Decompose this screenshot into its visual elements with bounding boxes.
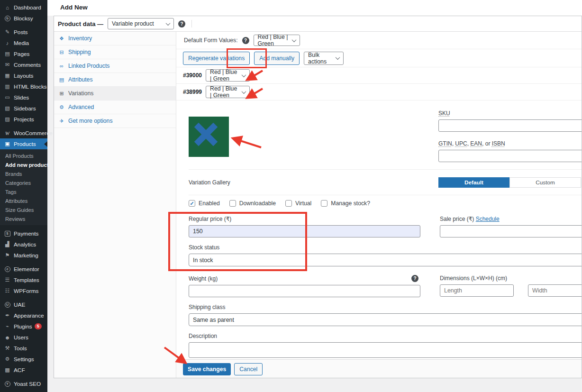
tab-get-more-options[interactable]: ✈Get more options <box>54 114 176 128</box>
sidebar-item-products[interactable]: ▣Products <box>0 138 47 149</box>
menu-item-label: Reviews <box>5 216 25 222</box>
width-input[interactable] <box>528 284 582 297</box>
sidebar-item-slides[interactable]: ▭Slides <box>0 92 47 103</box>
sidebar-item-projects[interactable]: ▨Projects <box>0 114 47 125</box>
product-type-select[interactable]: Variable product <box>108 18 174 29</box>
variation-row: #39000Red | Blue | Green <box>176 67 582 84</box>
product-type-help-icon[interactable]: ? <box>178 20 185 27</box>
variation-attribute-select[interactable]: Red | Blue | Green <box>206 86 250 98</box>
sidebar-item-html-blocks[interactable]: ▥HTML Blocks <box>0 81 47 92</box>
product-data-tabs: ❖Inventory⊟Shipping∞Linked Products▤Attr… <box>54 32 176 378</box>
sidebar-item-plugins[interactable]: ⌁Plugins5 <box>0 321 47 332</box>
html-blocks-icon: ▥ <box>4 83 11 90</box>
enabled-checkbox-box[interactable]: ✓ <box>189 200 195 207</box>
sidebar-item-analytics[interactable]: ▟Analytics <box>0 239 47 250</box>
weight-help-icon[interactable]: ? <box>411 275 418 282</box>
gallery-custom-button[interactable]: Custom <box>509 177 581 188</box>
menu-item-label: Tools <box>14 345 27 352</box>
sale-price-input[interactable] <box>440 225 582 237</box>
sidebar-item-marketing[interactable]: ⚑Marketing <box>0 250 47 261</box>
shipping-class-value: Same as parent <box>193 317 234 323</box>
checkbox-enabled[interactable]: ✓Enabled <box>189 200 220 207</box>
sku-input[interactable] <box>438 119 582 132</box>
shipping-class-select[interactable]: Same as parent <box>189 313 582 326</box>
sidebar-item-templates[interactable]: ☰Templates <box>0 274 47 285</box>
gallery-default-button[interactable]: Default <box>438 177 509 188</box>
sidebar-item-elementor[interactable]: eElementor <box>0 264 47 274</box>
sidebar-item-settings[interactable]: ⚙Settings <box>0 354 47 365</box>
header-divider <box>191 20 192 27</box>
sidebar-subitem-add-new-product[interactable]: Add new product <box>0 160 47 169</box>
description-textarea[interactable] <box>189 342 582 358</box>
menu-item-label: Sidebars <box>14 105 36 112</box>
checkbox-virtual[interactable]: Virtual <box>285 200 311 207</box>
checkbox-label: Downloadable <box>239 200 276 207</box>
stock-status-select[interactable]: In stock <box>189 254 582 266</box>
sidebar-subitem-brands[interactable]: Brands <box>0 169 47 178</box>
sidebar-item-yoast-seo[interactable]: YYoast SEO <box>0 378 47 389</box>
schedule-link[interactable]: Schedule <box>476 216 500 222</box>
sidebar-item-acf[interactable]: ▩ACF <box>0 365 47 375</box>
downloadable-checkbox-box[interactable] <box>229 200 236 207</box>
sidebar-item-uae[interactable]: UUAE <box>0 299 47 310</box>
sidebar-item-dashboard[interactable]: ⌂Dashboard <box>0 2 47 13</box>
tab-advanced[interactable]: ⚙Advanced <box>54 100 176 114</box>
sidebar-item-blocksy[interactable]: bBlocksy <box>0 13 47 24</box>
shipping-class-label: Shipping class <box>189 304 582 310</box>
sidebar-subitem-all-products[interactable]: All Products <box>0 151 47 160</box>
length-input[interactable] <box>440 284 514 297</box>
default-form-values-help-icon[interactable]: ? <box>242 37 249 44</box>
sidebar-item-pages[interactable]: ▤Pages <box>0 48 47 59</box>
tab-inventory[interactable]: ❖Inventory <box>54 32 176 46</box>
tab-attributes[interactable]: ▤Attributes <box>54 73 176 87</box>
cancel-button[interactable]: Cancel <box>234 363 263 375</box>
tab-linked-products[interactable]: ∞Linked Products <box>54 59 176 73</box>
chevron-down-icon <box>166 21 171 26</box>
sidebar-item-wpforms[interactable]: ☷WPForms <box>0 285 47 296</box>
sidebar-item-payments[interactable]: $Payments <box>0 228 47 239</box>
variation-edit-form: SKU GTIN, UPC, EAN, or ISBN Variation Ga… <box>176 100 582 359</box>
manage-stock-checkbox-box[interactable] <box>321 200 327 207</box>
dimensions-label: Dimensions (L×W×H) (cm) <box>440 275 582 282</box>
gtin-input[interactable] <box>438 150 582 162</box>
sidebar-item-media[interactable]: ♪Media <box>0 37 47 48</box>
sidebar-subitem-attributes[interactable]: Attributes <box>0 196 47 205</box>
add-manually-button[interactable]: Add manually <box>254 52 300 65</box>
default-form-values-select[interactable]: Red | Blue | Green <box>254 35 300 46</box>
gtin-label: GTIN, UPC, EAN, or ISBN <box>438 140 582 147</box>
regenerate-variations-button[interactable]: Regenerate variations <box>183 52 250 65</box>
menu-item-label: Pages <box>14 51 29 57</box>
sidebar-item-appearance[interactable]: ✒Appearance <box>0 310 47 321</box>
chevron-down-icon <box>242 89 246 94</box>
sidebar-subitem-size-guides[interactable]: Size Guides <box>0 205 47 214</box>
save-changes-button[interactable]: Save changes <box>183 363 231 375</box>
menu-item-label: Appearance <box>14 312 44 319</box>
regular-price-input[interactable] <box>189 225 420 237</box>
menu-item-label: Marketing <box>14 252 38 259</box>
sidebar-subitem-categories[interactable]: Categories <box>0 178 47 187</box>
weight-input[interactable] <box>189 285 420 297</box>
sidebar-item-tools[interactable]: ⚒Tools <box>0 343 47 354</box>
tab-variations[interactable]: ⊞Variations <box>54 87 176 100</box>
sidebar-item-layouts[interactable]: ▦Layouts <box>0 70 47 81</box>
sidebar-item-posts[interactable]: ✎Posts <box>0 27 47 37</box>
sidebar-item-woocommerce[interactable]: WWooCommerce <box>0 128 47 138</box>
linked-products-tab-icon: ∞ <box>58 63 65 69</box>
tab-shipping[interactable]: ⊟Shipping <box>54 46 176 59</box>
menu-item-label: Products <box>14 141 36 147</box>
checkbox-downloadable[interactable]: Downloadable <box>229 200 276 207</box>
bulk-actions-select[interactable]: Bulk actions <box>304 52 344 65</box>
checkbox-manage-stock[interactable]: Manage stock? <box>321 200 370 207</box>
menu-item-label: Blocksy <box>14 15 33 22</box>
menu-item-label: Slides <box>14 94 29 101</box>
sidebar-item-collapse-menu[interactable]: ◀Collapse Menu <box>0 389 47 392</box>
sidebar-subitem-reviews[interactable]: Reviews <box>0 214 47 223</box>
variation-image-thumbnail[interactable] <box>189 117 229 157</box>
sidebar-subitem-tags[interactable]: Tags <box>0 187 47 196</box>
virtual-checkbox-box[interactable] <box>285 200 292 207</box>
sidebar-item-users[interactable]: ☻Users <box>0 332 47 343</box>
sidebar-item-sidebars[interactable]: ▧Sidebars <box>0 103 47 114</box>
sidebar-item-comments[interactable]: ✉Comments <box>0 59 47 70</box>
variation-attribute-select[interactable]: Red | Blue | Green <box>206 69 250 82</box>
tab-label: Variations <box>68 90 93 97</box>
